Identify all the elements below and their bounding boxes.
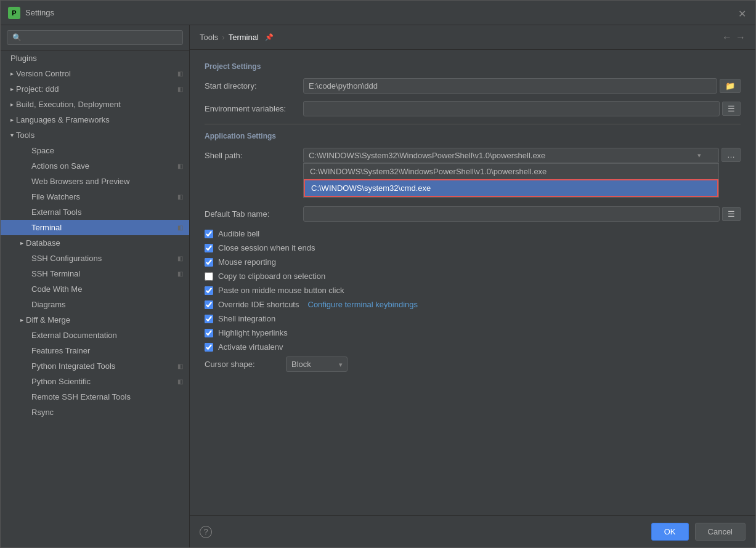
- sidebar-label-file-watchers: File Watchers: [31, 192, 177, 201]
- env-variables-input[interactable]: [303, 101, 720, 116]
- start-directory-control: 📁: [303, 78, 741, 94]
- sidebar-pin-actions-on-save: ◧: [177, 163, 183, 169]
- checkbox-row-paste-middle-mouse: Paste on middle mouse button click: [205, 286, 741, 295]
- checkbox-label-mouse-reporting[interactable]: Mouse reporting: [218, 257, 276, 267]
- search-input[interactable]: [7, 30, 183, 45]
- checkbox-activate-virtualenv[interactable]: [205, 343, 213, 352]
- env-variables-control: ☰: [303, 101, 741, 116]
- close-button[interactable]: ✕: [738, 8, 748, 18]
- checkbox-shell-integration[interactable]: [205, 315, 213, 323]
- checkbox-row-close-session: Close session when it ends: [205, 243, 741, 252]
- sidebar-item-diagrams[interactable]: Diagrams: [1, 297, 189, 312]
- sidebar-item-languages-frameworks[interactable]: ▸Languages & Frameworks: [1, 112, 189, 127]
- sidebar-arrow-version-control: ▸: [10, 70, 14, 77]
- sidebar-item-web-browsers[interactable]: Web Browsers and Preview: [1, 174, 189, 189]
- cursor-shape-select-wrapper: Block Underline Vertical bar: [286, 357, 348, 372]
- checkbox-paste-middle-mouse[interactable]: [205, 286, 213, 295]
- titlebar: P Settings ✕: [1, 1, 755, 25]
- sidebar-label-diff-merge: Diff & Merge: [26, 315, 183, 324]
- sidebar-item-external-documentation[interactable]: External Documentation: [1, 328, 189, 343]
- sidebar-item-features-trainer[interactable]: Features Trainer: [1, 343, 189, 358]
- sidebar-item-ssh-terminal[interactable]: SSH Terminal◧: [1, 266, 189, 281]
- shell-more-btn[interactable]: …: [721, 148, 741, 162]
- sidebar-label-space: Space: [31, 146, 183, 155]
- sidebar-label-features-trainer: Features Trainer: [31, 346, 183, 355]
- checkbox-label-highlight-hyperlinks[interactable]: Highlight hyperlinks: [218, 328, 288, 337]
- cursor-shape-select[interactable]: Block Underline Vertical bar: [286, 357, 348, 372]
- default-tab-name-browse-btn[interactable]: ☰: [722, 207, 741, 221]
- sidebar-item-actions-on-save[interactable]: Actions on Save◧: [1, 158, 189, 174]
- ok-button[interactable]: OK: [651, 523, 689, 541]
- default-tab-name-label: Default Tab name:: [205, 209, 303, 219]
- sidebar-item-file-watchers[interactable]: File Watchers◧: [1, 189, 189, 204]
- shell-option-powershell[interactable]: C:\WINDOWS\System32\WindowsPowerShell\v1…: [304, 164, 718, 179]
- checkbox-close-session[interactable]: [205, 244, 213, 252]
- env-variables-browse-btn[interactable]: ☰: [722, 102, 741, 116]
- checkbox-label-audible-bell[interactable]: Audible bell: [218, 229, 259, 238]
- sidebar-item-ssh-configurations[interactable]: SSH Configurations◧: [1, 251, 189, 266]
- sidebar-item-python-scientific[interactable]: Python Scientific◧: [1, 374, 189, 389]
- section-divider: [205, 124, 741, 124]
- checkbox-override-ide-shortcuts[interactable]: [205, 300, 213, 309]
- checkbox-copy-to-clipboard[interactable]: [205, 272, 213, 281]
- sidebar-label-languages-frameworks: Languages & Frameworks: [16, 115, 183, 124]
- env-variables-label: Environment variables:: [205, 104, 303, 113]
- sidebar-label-plugins: Plugins: [10, 54, 183, 63]
- shell-path-menu: C:\WINDOWS\System32\WindowsPowerShell\v1…: [303, 163, 719, 198]
- sidebar-item-python-integrated-tools[interactable]: Python Integrated Tools◧: [1, 358, 189, 374]
- sidebar-item-build-execution[interactable]: ▸Build, Execution, Deployment: [1, 97, 189, 112]
- shell-option-cmd[interactable]: C:\WINDOWS\system32\cmd.exe: [304, 179, 718, 197]
- sidebar-label-version-control: Version Control: [16, 69, 177, 78]
- checkbox-label-copy-to-clipboard[interactable]: Copy to clipboard on selection: [218, 272, 325, 281]
- sidebar-item-project-ddd[interactable]: ▸Project: ddd◧: [1, 81, 189, 97]
- checkbox-label-override-ide-shortcuts[interactable]: Override IDE shortcuts: [218, 300, 299, 309]
- default-tab-name-input[interactable]: [303, 206, 720, 222]
- sidebar-arrow-database: ▸: [20, 240, 23, 246]
- breadcrumb-bar: Tools › Terminal 📌 ← →: [190, 25, 755, 50]
- start-directory-input[interactable]: [303, 78, 717, 94]
- checkbox-audible-bell[interactable]: [205, 230, 213, 238]
- sidebar-item-terminal[interactable]: Terminal◧: [1, 220, 189, 235]
- sidebar-arrow-project-ddd: ▸: [10, 86, 14, 92]
- sidebar-label-ssh-terminal: SSH Terminal: [31, 269, 177, 278]
- nav-arrows: ← →: [722, 32, 746, 43]
- checkbox-label-shell-integration[interactable]: Shell integration: [218, 314, 275, 323]
- checkbox-label-close-session[interactable]: Close session when it ends: [218, 243, 315, 252]
- checkbox-label-paste-middle-mouse[interactable]: Paste on middle mouse button click: [218, 286, 344, 295]
- checkbox-row-copy-to-clipboard: Copy to clipboard on selection: [205, 272, 741, 281]
- sidebar-item-space[interactable]: Space: [1, 143, 189, 158]
- checkbox-label-activate-virtualenv[interactable]: Activate virtualenv: [218, 342, 283, 352]
- sidebar-item-code-with-me[interactable]: Code With Me: [1, 281, 189, 297]
- checkbox-row-highlight-hyperlinks: Highlight hyperlinks: [205, 328, 741, 337]
- sidebar-label-actions-on-save: Actions on Save: [31, 161, 177, 171]
- checkbox-highlight-hyperlinks[interactable]: [205, 329, 213, 337]
- shell-path-dropdown[interactable]: C:\WINDOWS\System32\WindowsPowerShell\v1…: [303, 148, 719, 163]
- sidebar-item-database[interactable]: ▸Database: [1, 235, 189, 251]
- sidebar-label-external-tools: External Tools: [31, 208, 183, 217]
- sidebar-label-ssh-configurations: SSH Configurations: [31, 254, 177, 263]
- sidebar-item-external-tools[interactable]: External Tools: [1, 204, 189, 220]
- checkboxes-container: Audible bellClose session when it endsMo…: [205, 229, 741, 352]
- sidebar-label-rsync: Rsync: [31, 408, 183, 417]
- start-directory-browse-btn[interactable]: 📁: [720, 79, 741, 93]
- shell-path-control: C:\WINDOWS\System32\WindowsPowerShell\v1…: [303, 148, 741, 163]
- sidebar-item-rsync[interactable]: Rsync: [1, 405, 189, 420]
- sidebar-item-diff-merge[interactable]: ▸Diff & Merge: [1, 312, 189, 328]
- nav-forward-arrow[interactable]: →: [736, 32, 746, 43]
- sidebar-pin-project-ddd: ◧: [177, 86, 183, 92]
- main-content: Plugins▸Version Control◧▸Project: ddd◧▸B…: [1, 25, 755, 547]
- sidebar-label-terminal: Terminal: [31, 223, 177, 232]
- sidebar-item-plugins[interactable]: Plugins: [1, 50, 189, 66]
- sidebar-item-version-control[interactable]: ▸Version Control◧: [1, 66, 189, 81]
- sidebar-item-remote-ssh-external-tools[interactable]: Remote SSH External Tools: [1, 389, 189, 405]
- help-icon[interactable]: ?: [200, 526, 212, 538]
- sidebar-item-tools[interactable]: ▾Tools: [1, 127, 189, 143]
- sidebar-pin-version-control: ◧: [177, 70, 183, 77]
- checkbox-mouse-reporting[interactable]: [205, 258, 213, 267]
- default-tab-name-row: Default Tab name: ☰: [205, 206, 741, 222]
- configure-keybindings-link[interactable]: Configure terminal keybindings: [308, 300, 418, 309]
- search-box: [1, 25, 189, 50]
- sidebar-arrow-tools: ▾: [10, 132, 14, 139]
- cancel-button[interactable]: Cancel: [695, 523, 746, 541]
- nav-back-arrow[interactable]: ←: [722, 32, 732, 43]
